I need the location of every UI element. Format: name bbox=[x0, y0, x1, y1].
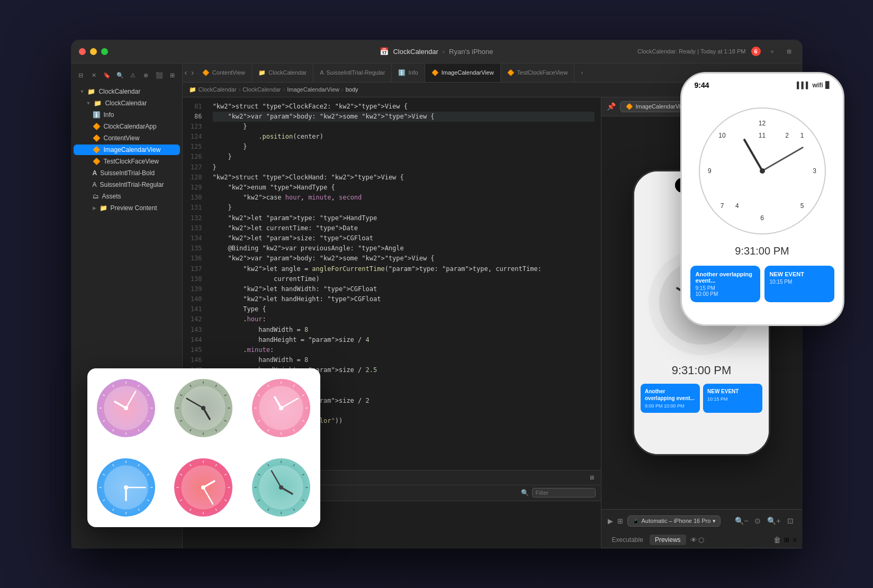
tab-imagecalendarview[interactable]: 🔶 ImageCalendarView bbox=[425, 64, 501, 82]
close-button[interactable] bbox=[79, 48, 86, 55]
title-bar: 📅 ClockCalendar › Ryan's iPhone ClockCal… bbox=[71, 40, 802, 64]
folder-icon: 📁 bbox=[100, 204, 107, 212]
more-btn[interactable]: ⬛ bbox=[154, 70, 165, 82]
font-icon: A bbox=[93, 169, 97, 177]
analog-center-dot bbox=[760, 168, 765, 174]
info-icon: ℹ️ bbox=[93, 111, 101, 119]
list-icon: ≡ bbox=[793, 536, 796, 544]
analog-clock: 12 1 3 5 6 7 9 10 11 2 4 4 bbox=[699, 107, 826, 234]
num-2: 2 bbox=[785, 132, 789, 139]
right-debug-filter: 🗑 ⊞ ≡ bbox=[773, 536, 796, 544]
signal-icon: ▌▌▌ bbox=[797, 82, 811, 89]
num-8: 4 bbox=[735, 202, 739, 210]
sidebar-toolbar: ⊟ ✕ 🔖 🔍 ⚠ ⊕ ⬛ ⊞ bbox=[71, 68, 182, 84]
alert-badge: 6 bbox=[751, 47, 761, 56]
diff-btn[interactable]: ⊕ bbox=[141, 70, 152, 82]
tab-testclockfaceview[interactable]: 🔶 TestClockFaceView bbox=[501, 64, 575, 82]
split-view-button[interactable]: ⊞ bbox=[784, 46, 795, 57]
tab-info[interactable]: ℹ️ Info bbox=[392, 64, 425, 82]
sidebar-item-font-bold[interactable]: A SuisseIntlTrial-Bold bbox=[74, 168, 180, 178]
zoom-in-btn[interactable]: 🔍+ bbox=[765, 515, 782, 526]
inspect-btn[interactable]: ⊞ bbox=[617, 517, 623, 525]
share-btn[interactable]: ⬡ bbox=[698, 536, 704, 544]
play-btn[interactable]: ▶ bbox=[608, 517, 613, 525]
debug-filter-input[interactable] bbox=[532, 488, 596, 497]
tab-swift-icon: 🔶 bbox=[431, 69, 439, 76]
maximize-button[interactable] bbox=[101, 48, 108, 55]
sidebar-item-app[interactable]: 🔶 ClockCalendarApp bbox=[74, 121, 180, 132]
tab-label: SuisseIntlTrial-Regular bbox=[327, 69, 385, 76]
svg-point-84 bbox=[201, 485, 205, 490]
sidebar-item-contentview-label: ContentView bbox=[104, 134, 140, 142]
sidebar-item-assets[interactable]: 🗂 Assets bbox=[74, 191, 180, 202]
tab-label: ImageCalendarView bbox=[442, 69, 494, 76]
breadcrumb-part-2[interactable]: ImageCalendarView bbox=[287, 86, 339, 93]
wifi-icon: wifi bbox=[813, 82, 823, 89]
sidebar-item-info-label: Info bbox=[104, 111, 114, 119]
add-button[interactable]: ＋ bbox=[766, 46, 778, 58]
sidebar-item-contentview[interactable]: 🔶 ContentView bbox=[74, 133, 180, 143]
swift-icon: 🔶 bbox=[93, 158, 101, 165]
app-title: ClockCalendar bbox=[393, 48, 438, 56]
device-selector[interactable]: 📱 Automatic – iPhone 16 Pro ▾ bbox=[627, 515, 721, 527]
filter-btn[interactable]: 🔖 bbox=[102, 70, 113, 82]
sidebar-root[interactable]: ▼ 📁 ClockCalendar bbox=[74, 86, 180, 97]
zoom-out-btn[interactable]: 🔍− bbox=[733, 515, 750, 526]
zoom-reset-btn[interactable]: ⊙ bbox=[752, 515, 763, 526]
nav-forward[interactable]: › bbox=[189, 64, 196, 82]
disclosure-icon: ▼ bbox=[86, 101, 91, 106]
num-1: 1 bbox=[800, 132, 804, 139]
float-event-1: Another overlapping event... 9:15 PM 10:… bbox=[690, 266, 760, 302]
num-10: 10 bbox=[718, 132, 725, 139]
previews-tab[interactable]: Previews bbox=[650, 535, 686, 545]
executable-tab[interactable]: Executable bbox=[607, 535, 649, 545]
preview-badge-icon: 🔶 bbox=[626, 103, 633, 110]
search-btn[interactable]: 🔍 bbox=[114, 70, 125, 82]
num-12: 12 bbox=[759, 120, 766, 127]
sidebar-toggle[interactable]: ⊟ bbox=[76, 70, 87, 82]
event-card-2: NEW EVENT 10:15 PM bbox=[703, 384, 762, 413]
minimize-button[interactable] bbox=[90, 48, 97, 55]
float-event-time-2: 10:15 PM bbox=[770, 279, 829, 285]
sidebar-item-preview-content[interactable]: ▶ 📁 Preview Content bbox=[74, 203, 180, 213]
mac-window: 📅 ClockCalendar › Ryan's iPhone ClockCal… bbox=[71, 40, 802, 548]
breadcrumb-part-3[interactable]: body bbox=[346, 86, 358, 93]
warning-btn[interactable]: ⚠ bbox=[128, 70, 139, 82]
sidebar-item-testclockfaceview[interactable]: 🔶 TestClockFaceView bbox=[74, 156, 180, 167]
title-sep: › bbox=[443, 48, 445, 56]
eye2-btn[interactable]: 👁 bbox=[690, 536, 697, 544]
grid-btn[interactable]: ⊞ bbox=[167, 70, 178, 82]
sidebar-item-font-regular[interactable]: A SuisseIntlTrial-Regular bbox=[74, 179, 180, 190]
disclosure-icon: ▼ bbox=[80, 89, 85, 94]
title-right: ClockCalendar: Ready | Today at 1:18 PM … bbox=[637, 46, 794, 58]
tab-clockcalendar[interactable]: 📁 ClockCalendar bbox=[252, 64, 313, 82]
float-clock-window: 9:44 ▌▌▌ wifi ▊ 12 1 3 5 6 7 9 10 11 2 4 bbox=[680, 72, 844, 326]
sidebar-item-info[interactable]: ℹ️ Info bbox=[74, 110, 180, 120]
event-time-2: 10:15 PM bbox=[707, 396, 758, 402]
status-right: 🖥 bbox=[589, 474, 595, 481]
filter-icon: 🔍 bbox=[521, 489, 529, 496]
sidebar-item-imagecalendarview[interactable]: 🔶 ImageCalendarView bbox=[74, 144, 180, 155]
tab-swift-icon: 🔶 bbox=[202, 69, 210, 76]
zoom-fit-btn[interactable]: ⊡ bbox=[785, 515, 796, 526]
breadcrumb-item-0[interactable]: 📁 bbox=[189, 86, 196, 93]
device-label: Automatic – iPhone 16 Pro bbox=[642, 518, 711, 524]
grid2-icon: ⊞ bbox=[784, 536, 789, 544]
trash-btn[interactable]: 🗑 bbox=[773, 536, 781, 544]
tab-contentview[interactable]: 🔶 ContentView bbox=[196, 64, 252, 82]
float-event-title-2: NEW EVENT bbox=[770, 271, 829, 277]
tab-more[interactable]: › bbox=[574, 64, 589, 82]
battery-icon: ▊ bbox=[825, 82, 830, 89]
swift-icon: 🔶 bbox=[93, 146, 101, 153]
event-title-1: Another overlapping event... bbox=[645, 388, 696, 402]
add-file-btn[interactable]: ✕ bbox=[88, 70, 100, 82]
svg-point-67 bbox=[124, 485, 128, 490]
float-status-time: 9:44 bbox=[695, 81, 709, 89]
sidebar-group-clockcalendar[interactable]: ▼ 📁 ClockCalendar bbox=[74, 98, 180, 108]
tab-font-regular[interactable]: A SuisseIntlTrial-Regular bbox=[313, 64, 392, 82]
breadcrumb-part-0[interactable]: ClockCalendar bbox=[199, 86, 237, 93]
pin-btn[interactable]: 📌 bbox=[607, 102, 616, 111]
breadcrumb-part-1[interactable]: ClockCalendar bbox=[242, 86, 281, 93]
nav-back[interactable]: ‹ bbox=[183, 64, 190, 82]
font-icon: A bbox=[93, 181, 97, 188]
